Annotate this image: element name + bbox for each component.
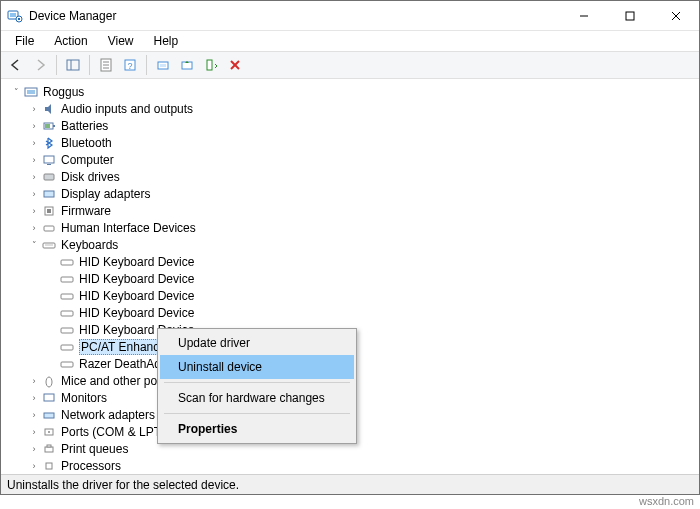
svg-rect-8: [67, 60, 79, 70]
svg-point-43: [46, 377, 52, 387]
category-ports[interactable]: ›Ports (COM & LPT: [27, 423, 697, 440]
computer-icon: [23, 84, 39, 100]
uninstall-button[interactable]: [200, 54, 222, 76]
hid-icon: [41, 220, 57, 236]
keyboard-icon: [41, 237, 57, 253]
menu-view[interactable]: View: [100, 32, 142, 50]
category-display[interactable]: ›Display adapters: [27, 185, 697, 202]
category-mice[interactable]: ›Mice and other po: [27, 372, 697, 389]
cm-uninstall-device[interactable]: Uninstall device: [160, 355, 354, 379]
toolbar: ?: [1, 51, 699, 79]
category-hid[interactable]: ›Human Interface Devices: [27, 219, 697, 236]
computer-icon: [41, 152, 57, 168]
minimize-button[interactable]: [561, 1, 607, 31]
expand-icon[interactable]: ›: [27, 442, 41, 456]
device-hid-keyboard[interactable]: HID Keyboard Device: [45, 270, 697, 287]
close-button[interactable]: [653, 1, 699, 31]
expand-icon[interactable]: ›: [27, 425, 41, 439]
root-label: Roggus: [43, 85, 84, 99]
toolbar-separator: [146, 55, 147, 75]
svg-rect-17: [160, 64, 166, 67]
svg-rect-23: [27, 90, 35, 94]
category-disk[interactable]: ›Disk drives: [27, 168, 697, 185]
expand-icon[interactable]: ›: [27, 187, 41, 201]
scan-hardware-button[interactable]: [152, 54, 174, 76]
svg-rect-25: [53, 125, 55, 127]
expand-icon[interactable]: ›: [27, 459, 41, 473]
svg-rect-30: [44, 191, 54, 197]
svg-rect-1: [10, 13, 16, 17]
device-ps2-keyboard[interactable]: PC/AT Enhanced PS/2 Keyboard (101/102-Ke…: [45, 338, 697, 355]
category-processors[interactable]: ›Processors: [27, 457, 697, 474]
category-print-queues[interactable]: ›Print queues: [27, 440, 697, 457]
context-menu: Update driver Uninstall device Scan for …: [157, 328, 357, 444]
keyboard-icon: [59, 356, 75, 372]
svg-rect-5: [626, 12, 634, 20]
expand-icon[interactable]: ›: [27, 221, 41, 235]
toolbar-separator: [89, 55, 90, 75]
device-hid-keyboard[interactable]: HID Keyboard Device: [45, 253, 697, 270]
category-batteries[interactable]: ›Batteries: [27, 117, 697, 134]
update-driver-button[interactable]: [176, 54, 198, 76]
menu-file[interactable]: File: [7, 32, 42, 50]
device-hid-keyboard[interactable]: HID Keyboard Device: [45, 321, 697, 338]
keyboard-icon: [59, 254, 75, 270]
svg-rect-37: [61, 277, 73, 282]
collapse-icon[interactable]: ˅: [9, 85, 23, 99]
disable-button[interactable]: [224, 54, 246, 76]
expand-icon[interactable]: ›: [27, 102, 41, 116]
category-firmware[interactable]: ›Firmware: [27, 202, 697, 219]
mouse-icon: [41, 373, 57, 389]
back-button[interactable]: [5, 54, 27, 76]
expand-icon[interactable]: ›: [27, 391, 41, 405]
collapse-icon[interactable]: ˅: [27, 238, 41, 252]
device-razer[interactable]: Razer DeathAd: [45, 355, 697, 372]
svg-rect-27: [44, 156, 54, 163]
category-network[interactable]: ›Network adapters: [27, 406, 697, 423]
keyboard-icon: [59, 305, 75, 321]
device-hid-keyboard[interactable]: HID Keyboard Device: [45, 304, 697, 321]
titlebar: Device Manager: [1, 1, 699, 31]
device-hid-keyboard[interactable]: HID Keyboard Device: [45, 287, 697, 304]
menu-action[interactable]: Action: [46, 32, 95, 50]
expand-icon[interactable]: ›: [27, 119, 41, 133]
window-controls: [561, 1, 699, 31]
cm-properties[interactable]: Properties: [160, 417, 354, 441]
root-node[interactable]: ˅ Roggus: [9, 83, 697, 100]
svg-rect-42: [61, 362, 73, 367]
svg-rect-36: [61, 260, 73, 265]
device-manager-icon: [7, 8, 23, 24]
expand-icon[interactable]: ›: [27, 374, 41, 388]
cm-update-driver[interactable]: Update driver: [160, 331, 354, 355]
forward-button[interactable]: [29, 54, 51, 76]
expand-icon[interactable]: ›: [27, 170, 41, 184]
maximize-button[interactable]: [607, 1, 653, 31]
help-button[interactable]: ?: [119, 54, 141, 76]
menu-help[interactable]: Help: [146, 32, 187, 50]
category-keyboards[interactable]: ˅Keyboards: [27, 236, 697, 253]
statusbar: Uninstalls the driver for the selected d…: [1, 474, 699, 494]
svg-rect-3: [18, 18, 20, 20]
svg-rect-49: [47, 445, 51, 447]
disk-icon: [41, 169, 57, 185]
category-bluetooth[interactable]: ›Bluetooth: [27, 134, 697, 151]
svg-rect-48: [45, 447, 53, 452]
keyboard-icon: [59, 271, 75, 287]
category-monitors[interactable]: ›Monitors: [27, 389, 697, 406]
expand-icon[interactable]: ›: [27, 153, 41, 167]
cm-scan-hardware[interactable]: Scan for hardware changes: [160, 386, 354, 410]
audio-icon: [41, 101, 57, 117]
battery-icon: [41, 118, 57, 134]
svg-rect-45: [44, 413, 54, 418]
category-computer[interactable]: ›Computer: [27, 151, 697, 168]
show-hide-tree-button[interactable]: [62, 54, 84, 76]
expand-icon[interactable]: ›: [27, 408, 41, 422]
properties-button[interactable]: [95, 54, 117, 76]
keyboard-icon: [59, 322, 75, 338]
cpu-icon: [41, 458, 57, 474]
expand-icon[interactable]: ›: [27, 136, 41, 150]
bluetooth-icon: [41, 135, 57, 151]
category-audio[interactable]: ›Audio inputs and outputs: [27, 100, 697, 117]
svg-point-47: [48, 431, 50, 433]
expand-icon[interactable]: ›: [27, 204, 41, 218]
